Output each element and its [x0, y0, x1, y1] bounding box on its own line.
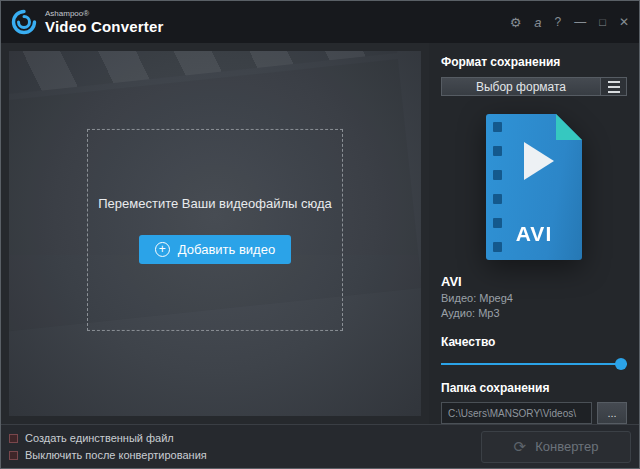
output-folder-row: ... — [441, 402, 627, 424]
add-video-label: Добавить видео — [178, 241, 275, 256]
checkbox-shutdown[interactable] — [9, 451, 18, 460]
convert-icon: ⟳ — [514, 439, 527, 454]
font-size-icon[interactable]: a — [534, 16, 541, 29]
help-icon[interactable]: ? — [555, 16, 562, 28]
main-content: Переместите Ваши видеофайлы сюда + Добав… — [1, 43, 639, 424]
maximize-icon[interactable]: □ — [599, 17, 606, 28]
file-type-label: AVI — [486, 222, 582, 246]
app-title: Video Converter — [45, 19, 164, 36]
format-select-button[interactable]: Выбор формата — [441, 77, 627, 96]
settings-gear-icon[interactable]: ⚙ — [510, 16, 522, 29]
slider-track[interactable] — [441, 363, 627, 365]
folded-corner — [556, 114, 582, 140]
checkbox-single-file[interactable] — [9, 434, 18, 443]
dropzone[interactable]: Переместите Ваши видеофайлы сюда + Добав… — [9, 51, 421, 416]
footer-bar: Создать единственный файл Выключить посл… — [1, 424, 639, 468]
convert-label: Конвертер — [535, 439, 598, 454]
titlebar: Ashampoo® Video Converter ⚙ a ? — □ ✕ — [1, 1, 639, 43]
app-logo-icon — [11, 9, 37, 35]
play-icon — [524, 142, 554, 180]
drop-target[interactable]: Переместите Ваши видеофайлы сюда + Добав… — [87, 128, 343, 330]
slider-knob[interactable] — [615, 358, 627, 370]
avi-file-icon: AVI — [486, 114, 582, 260]
plus-icon: + — [155, 241, 170, 256]
format-select-label: Выбор формата — [442, 78, 600, 95]
output-folder-label: Папка сохранения — [441, 381, 627, 395]
menu-icon[interactable] — [600, 78, 626, 95]
quality-label: Качество — [441, 335, 627, 349]
browse-button[interactable]: ... — [597, 402, 627, 424]
format-preview: AVI — [441, 114, 627, 260]
format-sidebar: Формат сохранения Выбор формата AVI AVI … — [429, 43, 639, 424]
quality-slider[interactable] — [441, 357, 627, 367]
single-file-option[interactable]: Создать единственный файл — [9, 432, 207, 444]
audio-codec-line: Аудио: Mp3 — [441, 307, 627, 319]
options-checkboxes: Создать единственный файл Выключить посл… — [9, 432, 207, 461]
single-file-label: Создать единственный файл — [25, 432, 174, 444]
format-name: AVI — [441, 274, 627, 289]
app-window: Ashampoo® Video Converter ⚙ a ? — □ ✕ Пе… — [0, 0, 640, 469]
brand-block: Ashampoo® Video Converter — [45, 9, 164, 35]
minimize-icon[interactable]: — — [574, 16, 586, 28]
titlebar-controls: ⚙ a ? — □ ✕ — [510, 16, 629, 29]
video-codec-line: Видео: Mpeg4 — [441, 292, 627, 304]
format-section-title: Формат сохранения — [441, 55, 627, 69]
add-video-button[interactable]: + Добавить видео — [139, 234, 291, 263]
shutdown-option[interactable]: Выключить после конвертирования — [9, 449, 207, 461]
folder-path-input[interactable] — [441, 402, 592, 424]
close-icon[interactable]: ✕ — [619, 16, 629, 28]
convert-button[interactable]: ⟳ Конвертер — [481, 431, 631, 463]
shutdown-label: Выключить после конвертирования — [25, 449, 207, 461]
drop-message: Переместите Ваши видеофайлы сюда — [98, 195, 332, 210]
